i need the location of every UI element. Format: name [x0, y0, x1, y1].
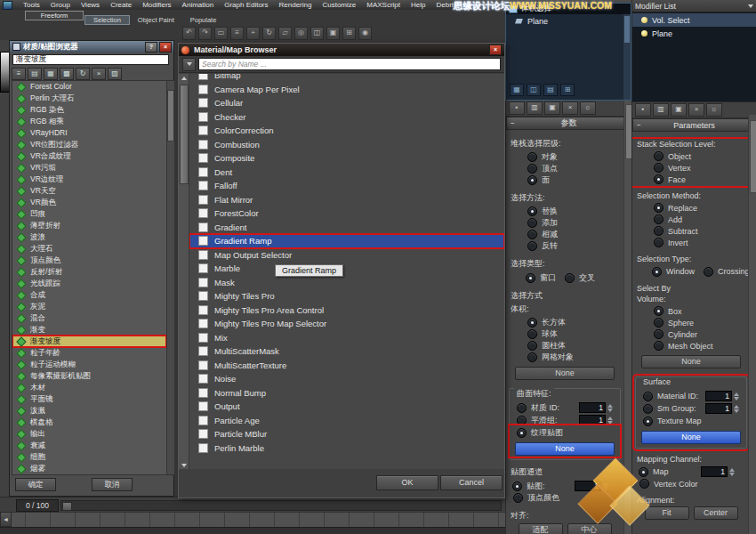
menu-item[interactable]: Group	[45, 1, 76, 9]
stack-row[interactable]: Plane	[632, 27, 756, 40]
parameters-rollout[interactable]: − Parameters	[632, 118, 756, 132]
menu-item[interactable]: Rendering	[274, 1, 318, 9]
map-list-item[interactable]: VR合成纹理	[12, 150, 166, 162]
dialog-map-item[interactable]: Noise	[189, 372, 504, 386]
select-object-icon[interactable]: ▭	[214, 27, 228, 40]
radio-option[interactable]: 圆柱体	[506, 340, 623, 352]
map-list-item[interactable]: 衰减	[12, 440, 166, 451]
close-button[interactable]: ×	[159, 42, 172, 53]
radio-option[interactable]: 对象	[506, 151, 623, 163]
delete-from-library-icon[interactable]: ×	[92, 68, 106, 80]
map-channel-spinner[interactable]: 1	[575, 481, 601, 491]
menu-item[interactable]: Create	[105, 1, 137, 9]
move-icon[interactable]: +	[246, 27, 260, 40]
map-list-item[interactable]: 平面镜	[12, 393, 166, 405]
map-list-item[interactable]: VR颜色	[12, 197, 166, 208]
panel-scrollbar[interactable]	[623, 101, 631, 534]
time-slider-track[interactable]	[60, 500, 502, 511]
map-channel-spinner[interactable]: 1	[701, 466, 728, 477]
map-list-item[interactable]: 棋盘格	[12, 417, 166, 428]
spinner-arrows-icon[interactable]	[734, 405, 739, 413]
time-slider-handle[interactable]	[62, 502, 72, 511]
map-list-item[interactable]: 细胞	[12, 451, 166, 463]
texture-map-radio[interactable]: 纹理贴图	[511, 426, 619, 439]
radio-option[interactable]: Object	[632, 150, 750, 162]
map-list-item[interactable]: RGB 染色	[12, 104, 166, 116]
dialog-map-item[interactable]: MultiScatterMask	[189, 344, 504, 359]
dialog-map-item[interactable]: Output	[189, 400, 504, 414]
show-end-result-icon[interactable]: ▥	[653, 103, 669, 117]
stack-row[interactable]: Plane	[506, 14, 631, 28]
center-button[interactable]: Center	[694, 506, 738, 520]
map-list-item[interactable]: 木材	[12, 382, 166, 393]
app-logo-icon[interactable]	[3, 1, 12, 10]
pin-stack-icon[interactable]: ▪	[509, 101, 525, 115]
scrollbar-thumb[interactable]	[167, 90, 174, 142]
menu-item[interactable]: Animation	[177, 1, 220, 9]
map-list-item[interactable]: VR位图过滤器	[12, 139, 166, 150]
view-list-icons-icon[interactable]: ▤	[28, 68, 42, 80]
help-button[interactable]: ?	[145, 42, 157, 53]
dialog-map-item[interactable]: Mighty Tiles Pro	[189, 289, 504, 303]
map-list-item[interactable]: 烟雾	[12, 463, 166, 474]
align-icon[interactable]: ▣	[326, 27, 340, 40]
fit-button[interactable]: Fit	[645, 506, 689, 520]
dialog-map-item[interactable]: Flat Mirror	[189, 193, 504, 207]
dialog-map-item[interactable]: Mighty Tiles Pro Area Control	[189, 303, 504, 318]
vertex-color-radio[interactable]: Vertex Color	[632, 478, 750, 490]
menu-item[interactable]: Graph Editors	[219, 1, 273, 9]
map-list-item[interactable]: VR天空	[12, 185, 166, 197]
dialog-scrollbar[interactable]	[179, 74, 189, 469]
dialog-titlebar[interactable]: Material/Map Browser ×	[179, 44, 504, 56]
texture-map-none-button[interactable]: None	[515, 442, 615, 456]
volume-none-button[interactable]: None	[515, 367, 615, 380]
render-setup-icon[interactable]: ⊞	[342, 27, 356, 40]
search-input[interactable]	[12, 54, 169, 65]
clear-library-icon[interactable]: ▨	[108, 68, 122, 80]
view-mode-icon[interactable]: ◫	[527, 84, 541, 96]
map-list-item[interactable]: 合成	[12, 289, 166, 301]
dialog-map-item[interactable]: Marble	[189, 262, 504, 276]
radio-option[interactable]: 长方体	[506, 317, 623, 328]
map-list-item[interactable]: 每像素摄影机贴图	[12, 370, 166, 382]
stack-header[interactable]: 体积选择	[506, 4, 631, 14]
dialog-map-item[interactable]: Combustion	[189, 138, 504, 152]
center-button[interactable]: 中心	[567, 523, 612, 534]
scroll-up-icon[interactable]	[181, 75, 187, 81]
map-list-item[interactable]: 混合	[12, 312, 166, 324]
radio-option[interactable]: 添加	[506, 217, 623, 229]
dialog-map-item[interactable]: Falloff	[189, 179, 504, 193]
map-list-item[interactable]: 灰泥	[12, 301, 166, 312]
time-slider[interactable]: 0 / 100	[0, 497, 505, 513]
dialog-map-item[interactable]: Bitmap	[189, 74, 504, 83]
ok-button[interactable]: OK	[376, 475, 438, 490]
dialog-map-item[interactable]: Particle MBlur	[189, 427, 504, 441]
radio-option[interactable]: 网格对象	[506, 352, 623, 363]
view-large-icons-icon[interactable]: ▩	[60, 68, 74, 80]
radio-option[interactable]: Window	[645, 265, 695, 278]
panel-scrollbar[interactable]	[748, 115, 756, 534]
spinner-arrows-icon[interactable]	[603, 482, 608, 490]
show-buffer-icon[interactable]: ▦	[510, 84, 524, 96]
radio-option[interactable]: Cylinder	[632, 328, 750, 340]
map-radio-row[interactable]: Map 1	[632, 465, 750, 478]
dialog-map-item[interactable]: Cellular	[189, 96, 504, 110]
ok-button[interactable]: 确定	[15, 478, 56, 491]
map-list-item[interactable]: 反射/折射	[12, 266, 166, 278]
ribbon-tab-freeform[interactable]: Freeform	[25, 11, 84, 20]
radio-option[interactable]: Subtract	[632, 225, 750, 237]
spinner-arrows-icon[interactable]	[729, 468, 735, 476]
scale-icon[interactable]: ▱	[278, 27, 292, 40]
dialog-map-item[interactable]: MultiScatterTexture	[189, 359, 504, 373]
radio-option[interactable]: 相减	[506, 229, 623, 240]
select-by-name-icon[interactable]: ≡	[230, 27, 244, 40]
radio-option[interactable]: Mesh Object	[632, 340, 750, 352]
map-list-item[interactable]: Perlin 大理石	[12, 93, 166, 104]
dialog-map-item[interactable]: Checker	[189, 110, 504, 125]
dialog-map-item[interactable]: Mix	[189, 331, 504, 345]
ribbon-tab[interactable]: Object Paint	[130, 15, 182, 25]
map-list-item[interactable]: VR边纹理	[12, 174, 166, 185]
menu-item[interactable]: Debris	[431, 1, 462, 9]
dialog-map-item[interactable]: Normal Bump	[189, 386, 504, 400]
map-list-item[interactable]: 大理石	[12, 243, 166, 255]
